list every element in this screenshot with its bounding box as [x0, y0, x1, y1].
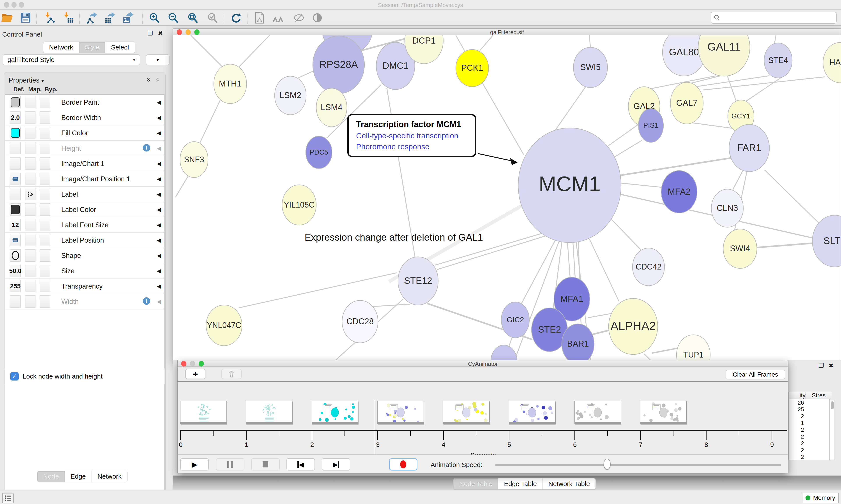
- clear-all-frames-button[interactable]: Clear All Frames: [726, 370, 785, 379]
- mapping-cell[interactable]: [25, 295, 35, 308]
- mapping-cell[interactable]: [25, 265, 35, 277]
- binoculars-icon[interactable]: [272, 12, 284, 24]
- default-value-cell[interactable]: [10, 203, 21, 216]
- delete-frame-button[interactable]: [221, 369, 241, 379]
- mapping-cell[interactable]: [25, 280, 35, 292]
- mapping-cell[interactable]: [25, 234, 35, 246]
- default-value-cell[interactable]: [10, 234, 21, 246]
- frame-thumbnail-4[interactable]: [443, 401, 489, 424]
- import-table-icon[interactable]: [62, 12, 74, 24]
- go-to-end-button[interactable]: ▶: [322, 458, 350, 470]
- close-panel-icon[interactable]: ✖: [158, 30, 163, 37]
- bypass-cell[interactable]: [40, 280, 50, 292]
- animation-speed-thumb[interactable]: [604, 459, 611, 470]
- tab-node-table[interactable]: Node Table: [453, 479, 498, 489]
- table-row[interactable]: 2: [789, 440, 829, 447]
- tab-select[interactable]: Select: [105, 42, 135, 53]
- table-row[interactable]: 1: [789, 420, 829, 427]
- annotation-link[interactable]: Cell-type-specific transcription: [356, 131, 475, 140]
- go-to-start-button[interactable]: ◀: [286, 458, 315, 470]
- mapping-cell[interactable]: [25, 142, 35, 154]
- bypass-cell[interactable]: [40, 158, 50, 170]
- expand-property-icon[interactable]: ◀: [157, 191, 161, 198]
- task-history-button[interactable]: [2, 493, 14, 503]
- tab-node[interactable]: Node: [37, 471, 65, 482]
- stop-button[interactable]: [251, 458, 280, 470]
- default-value-cell[interactable]: 50.0: [10, 265, 21, 277]
- table-scrollbar[interactable]: [830, 400, 835, 460]
- tab-edge-table[interactable]: Edge Table: [498, 479, 543, 489]
- expand-all-icon[interactable]: »: [145, 78, 154, 82]
- mapping-cell[interactable]: [25, 111, 35, 124]
- frame-thumbnail-3[interactable]: [377, 401, 424, 424]
- export-table-icon[interactable]: [104, 12, 117, 24]
- close-panel-icon[interactable]: ✖: [828, 362, 834, 369]
- expand-property-icon[interactable]: ◀: [157, 114, 161, 121]
- expand-property-icon[interactable]: ◀: [157, 237, 161, 244]
- save-session-icon[interactable]: [19, 12, 32, 24]
- table-row[interactable]: 25: [789, 406, 829, 413]
- info-icon[interactable]: i: [143, 297, 150, 305]
- expand-property-icon[interactable]: ◀: [157, 145, 161, 152]
- frame-thumbnail-5[interactable]: [509, 401, 555, 424]
- default-value-cell[interactable]: [10, 127, 21, 139]
- expand-property-icon[interactable]: ◀: [157, 206, 161, 213]
- annotation-box[interactable]: Transcription factor MCM1 Cell-type-spec…: [347, 114, 476, 157]
- frame-thumbnail-6[interactable]: [574, 401, 621, 424]
- table-row[interactable]: 26: [789, 399, 829, 406]
- export-network-icon[interactable]: [86, 12, 99, 24]
- collapse-all-icon[interactable]: «: [154, 78, 163, 82]
- zoom-selected-icon[interactable]: [206, 12, 219, 24]
- float-panel-icon[interactable]: ❐: [819, 362, 824, 369]
- document-icon[interactable]: [253, 12, 266, 24]
- bypass-cell[interactable]: [40, 295, 50, 308]
- style-select[interactable]: galFiltered Style ▾: [3, 54, 140, 65]
- zoom-fit-icon[interactable]: [186, 12, 199, 24]
- mapping-cell[interactable]: [25, 219, 35, 231]
- mapping-cell[interactable]: [25, 158, 35, 170]
- mapping-cell[interactable]: [25, 127, 35, 139]
- bypass-cell[interactable]: [40, 203, 50, 216]
- mapping-cell[interactable]: [25, 249, 35, 262]
- mapping-cell[interactable]: [25, 173, 35, 185]
- bypass-cell[interactable]: [40, 249, 50, 262]
- default-value-cell[interactable]: [10, 158, 21, 170]
- contrast-icon[interactable]: [311, 12, 324, 24]
- tab-edge[interactable]: Edge: [65, 471, 92, 482]
- default-value-cell[interactable]: 2.0: [10, 111, 21, 124]
- pause-button[interactable]: [216, 458, 245, 470]
- frame-thumbnail-7[interactable]: [640, 401, 686, 424]
- table-row[interactable]: 2: [789, 433, 829, 440]
- zoom-out-icon[interactable]: [167, 12, 180, 24]
- frame-thumbnail-0[interactable]: [180, 401, 227, 424]
- refresh-layout-icon[interactable]: [230, 12, 242, 24]
- expand-property-icon[interactable]: ◀: [157, 221, 161, 228]
- bypass-cell[interactable]: [40, 96, 50, 108]
- bypass-cell[interactable]: [40, 265, 50, 277]
- mapping-cell[interactable]: [25, 96, 35, 108]
- default-value-cell[interactable]: [10, 142, 21, 154]
- expand-property-icon[interactable]: ◀: [157, 176, 161, 182]
- network-canvas[interactable]: RPS28ADMC1DCP1PCK1MTH1LSM2LSM4SNF3PDC5YI…: [173, 35, 841, 360]
- add-frame-button[interactable]: +: [185, 369, 205, 379]
- expand-property-icon[interactable]: ◀: [157, 99, 161, 106]
- animation-speed-slider[interactable]: [495, 464, 781, 466]
- frame-thumbnail-2[interactable]: [312, 401, 358, 424]
- tab-network-table[interactable]: Network Table: [543, 479, 596, 489]
- expand-property-icon[interactable]: ◀: [157, 130, 161, 137]
- search-field[interactable]: [711, 12, 837, 24]
- table-row[interactable]: 2: [789, 454, 829, 460]
- default-value-cell[interactable]: [10, 96, 21, 108]
- table-row[interactable]: 2: [789, 447, 829, 454]
- bypass-cell[interactable]: [40, 234, 50, 246]
- default-value-cell[interactable]: 12: [10, 219, 21, 231]
- style-options-button[interactable]: ▾: [146, 54, 169, 65]
- open-session-icon[interactable]: [1, 12, 14, 24]
- bypass-cell[interactable]: [40, 219, 50, 231]
- mapping-cell[interactable]: [25, 203, 35, 216]
- import-network-icon[interactable]: [43, 12, 56, 24]
- memory-button[interactable]: Memory: [802, 492, 839, 503]
- table-row[interactable]: 2: [789, 427, 829, 433]
- cyanimator-timeline[interactable]: 0123456789 Seconds: [178, 382, 788, 454]
- record-button[interactable]: [389, 458, 417, 470]
